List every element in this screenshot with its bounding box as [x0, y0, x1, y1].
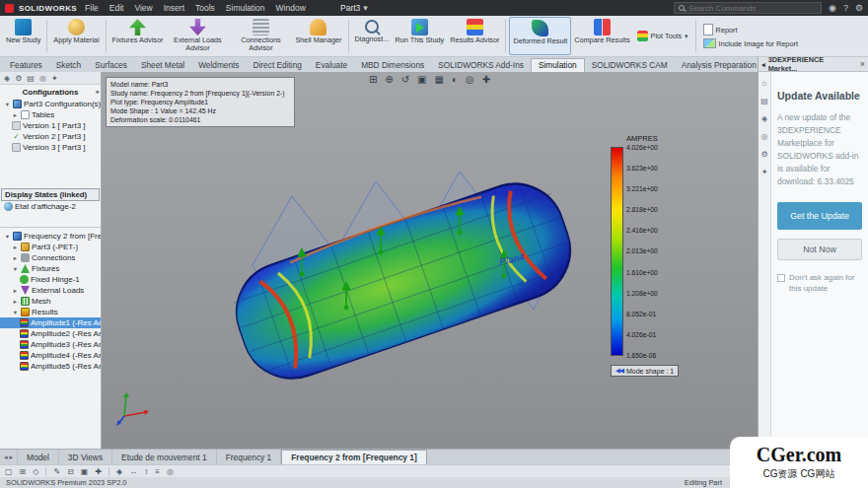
settings-gear-icon[interactable]: ⚙ [760, 150, 767, 159]
apply-material-button[interactable]: Apply Material [50, 17, 102, 55]
chevron-down-icon[interactable]: ▾ [363, 4, 368, 13]
toolbar-icon[interactable]: ⊞ [20, 467, 27, 476]
run-this-study-button[interactable]: Run This Study [392, 17, 447, 55]
deformed-result-button[interactable]: Deformed Result [509, 17, 571, 55]
toolbar-icon[interactable]: ⊟ [67, 467, 74, 476]
display-style-icon[interactable]: ◐ [452, 74, 458, 85]
tab-evaluate[interactable]: Evaluate [309, 59, 354, 72]
tab-surfaces[interactable]: Surfaces [88, 59, 134, 72]
model-3d[interactable]: Plan4 [208, 157, 603, 393]
panel-flyout-arrow-icon[interactable]: ▸ [96, 88, 100, 96]
favorites-icon[interactable]: ✦ [761, 168, 768, 176]
not-now-button[interactable]: Not Now [777, 239, 862, 260]
marketplace-icon[interactable]: ◈ [761, 114, 767, 123]
view-orientation-icon[interactable]: ▦ [435, 74, 444, 85]
tree-row-configuration-root[interactable]: ▾ Part3 Configuration(s) (Ver [0, 99, 101, 109]
include-image-for-report-button[interactable]: Include Image for Report [703, 38, 798, 48]
section-view-icon[interactable]: ▣ [417, 74, 426, 85]
get-the-update-button[interactable]: Get the Update [777, 202, 862, 230]
menu-edit[interactable]: Edit [107, 3, 127, 13]
close-icon[interactable]: × [860, 59, 865, 69]
menu-file[interactable]: File [82, 3, 102, 13]
view-palette-icon[interactable]: ◎ [761, 132, 768, 141]
expand-icon[interactable]: ▾ [4, 233, 11, 241]
tab-frequency-2[interactable]: Frequency 2 from [Frequency 1] [281, 450, 427, 464]
tree-row-version-2[interactable]: ✓ Version 2 [ Part3 ] [0, 131, 101, 142]
dimxpert-icon[interactable]: ◎ [39, 74, 46, 83]
hide-show-items-icon[interactable]: ◎ [466, 74, 474, 85]
new-study-button[interactable]: New Study [3, 17, 43, 55]
expand-icon[interactable]: ▸ [12, 111, 19, 119]
expand-icon[interactable]: ▾ [4, 101, 11, 108]
tree-row-amplitude3[interactable]: Amplitude3 (-Res Amp [0, 339, 101, 350]
display-manager-icon[interactable]: ✦ [51, 74, 58, 83]
user-icon[interactable]: ◉ [829, 4, 836, 13]
tab-direct-editing[interactable]: Direct Editing [247, 59, 309, 72]
tab-solidworks-cam[interactable]: SOLIDWORKS CAM [585, 59, 675, 72]
toolbar-icon[interactable]: ▣ [81, 467, 89, 476]
toolbar-icon[interactable]: ◈ [116, 467, 122, 476]
tab-weldments[interactable]: Weldments [191, 59, 246, 72]
report-button[interactable]: Report [703, 24, 798, 35]
tab-3d-views[interactable]: 3D Views [59, 450, 112, 464]
expand-icon[interactable]: ▾ [12, 309, 19, 316]
plot-tools-button[interactable]: Plot Tools ▾ [637, 31, 688, 41]
tree-row-mesh[interactable]: ▸ Mesh [0, 296, 101, 307]
checkbox-icon[interactable] [777, 274, 785, 282]
tree-row-version-3[interactable]: Version 3 [ Part3 ] [0, 142, 101, 153]
property-manager-icon[interactable]: ⚙ [15, 74, 22, 83]
tree-row-version-1[interactable]: Version 1 [ Part3 ] [0, 120, 101, 131]
menu-view[interactable]: View [131, 3, 155, 13]
expand-icon[interactable]: ▸ [12, 244, 19, 251]
tab-analysis-preparation[interactable]: Analysis Preparation [675, 59, 763, 72]
expand-icon[interactable]: ▸ [12, 298, 19, 306]
shell-manager-button[interactable]: Shell Manager [292, 17, 344, 55]
tab-mbd-dimensions[interactable]: MBD Dimensions [354, 59, 431, 72]
tree-row-amplitude5[interactable]: Amplitude5 (-Res Amp [0, 361, 101, 372]
scroll-tabs-left-icon[interactable]: ◂ [4, 453, 8, 461]
expand-icon[interactable]: ▸ [12, 254, 19, 262]
external-loads-advisor-button[interactable]: External Loads Advisor [166, 17, 229, 55]
tree-row-results[interactable]: ▾ Results [0, 307, 101, 317]
results-advisor-button[interactable]: Results Advisor [447, 17, 502, 55]
zoom-fit-icon[interactable]: ⊞ [369, 74, 377, 85]
tab-solidworks-add-ins[interactable]: SOLIDWORKS Add-Ins [431, 59, 531, 72]
search-input[interactable] [688, 4, 805, 13]
tree-row-fixtures[interactable]: ▾ Fixtures [0, 263, 101, 274]
help-icon[interactable]: ? [843, 4, 848, 13]
edit-appearance-icon[interactable]: ✚ [482, 74, 490, 85]
tree-row-connections[interactable]: ▸ Connections [0, 252, 101, 263]
toolbar-icon[interactable]: ✚ [95, 467, 102, 476]
toolbar-icon[interactable]: ≡ [155, 467, 160, 476]
tab-sketch[interactable]: Sketch [49, 59, 88, 72]
design-library-icon[interactable]: ▤ [760, 97, 768, 105]
menu-window[interactable]: Window [273, 3, 309, 13]
design-tree-icon[interactable]: ◈ [4, 74, 10, 83]
diagnose-button[interactable]: Diagnost... [352, 17, 393, 55]
zoom-area-icon[interactable]: ⊕ [385, 74, 393, 85]
toolbar-icon[interactable]: ◎ [167, 467, 174, 476]
toolbar-icon[interactable]: ◇ [33, 467, 38, 476]
tree-row-fixed-hinge[interactable]: Fixed Hinge-1 [0, 274, 101, 285]
tree-row-display-state[interactable]: Etat d'affichage-2 [0, 201, 101, 212]
fixtures-advisor-button[interactable]: Fixtures Advisor [109, 17, 167, 55]
previous-view-icon[interactable]: ↺ [401, 74, 409, 85]
toolbar-icon[interactable]: ↔ [129, 467, 137, 476]
menu-simulation[interactable]: Simulation [223, 3, 268, 13]
dont-ask-again-option[interactable]: Don't ask again for this update [777, 273, 862, 295]
toolbar-icon[interactable]: ✎ [53, 467, 60, 476]
tab-simulation[interactable]: Simulation [531, 58, 585, 72]
compare-results-button[interactable]: Compare Results [571, 17, 632, 55]
tab-sheet-metal[interactable]: Sheet Metal [134, 59, 191, 72]
tree-row-study-root[interactable]: ▾ Frequency 2 from [Frequency 1 [0, 231, 101, 242]
mode-shape-selector[interactable]: ◀◀ Mode shape : 1 [611, 365, 679, 377]
connections-advisor-button[interactable]: Connections Advisor [229, 17, 292, 55]
tree-row-tables[interactable]: ▸ Tables [0, 109, 101, 120]
expand-icon[interactable]: ▾ [12, 265, 19, 273]
expand-icon[interactable]: ▸ [12, 287, 19, 295]
scroll-tabs-right-icon[interactable]: ▸ [10, 453, 14, 461]
toolbar-icon[interactable]: ↕ [144, 467, 148, 476]
tab-frequency-1[interactable]: Frequency 1 [217, 450, 282, 464]
search-box[interactable] [674, 2, 822, 14]
tree-row-amplitude1[interactable]: Amplitude1 (-Res Amp [0, 317, 101, 328]
